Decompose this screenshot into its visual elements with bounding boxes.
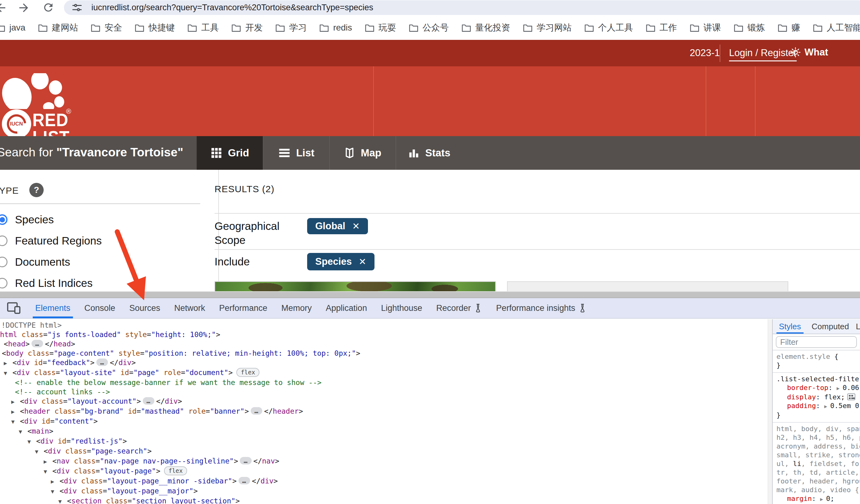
- address-bar[interactable]: iucnredlist.org/search?query=Travancore%…: [64, 0, 860, 15]
- expand-ellipsis-badge[interactable]: …: [31, 340, 43, 347]
- bookmark-folder[interactable]: 玩耍: [365, 22, 396, 34]
- flex-badge[interactable]: flex: [164, 466, 187, 475]
- css-property[interactable]: display: flex;: [776, 393, 860, 401]
- devtools-splitter[interactable]: [0, 291, 860, 298]
- styles-tab-layout[interactable]: Layout: [856, 319, 860, 334]
- login-register-link[interactable]: Login / Register: [729, 47, 797, 61]
- dom-tree-node[interactable]: ▶<div class="layout-page__minor -sidebar…: [0, 476, 768, 486]
- devtools-tab-performance[interactable]: Performance: [219, 298, 268, 318]
- dom-tree-node[interactable]: ▶<nav class="nav-page nav-page--singleli…: [0, 456, 768, 466]
- remove-filter-icon[interactable]: ✕: [359, 256, 366, 267]
- bookmark-folder[interactable]: 工作: [646, 22, 677, 34]
- dom-tree-node[interactable]: ▶<header class="bg-brand" id="masthead" …: [0, 406, 768, 416]
- css-rule[interactable]: element.style {}: [773, 351, 860, 373]
- tree-arrow-icon[interactable]: ▼: [19, 427, 27, 436]
- devtools-tab-sources[interactable]: Sources: [129, 298, 160, 318]
- radio-icon[interactable]: [0, 257, 8, 267]
- bookmark-folder[interactable]: 工具: [187, 22, 219, 34]
- styles-tab-computed[interactable]: Computed: [812, 319, 849, 334]
- dom-tree-node[interactable]: <body class="page-content" style="positi…: [0, 349, 768, 358]
- styles-filter-input[interactable]: [776, 336, 857, 348]
- devtools-tab-performance-insights[interactable]: Performance insights: [496, 298, 587, 318]
- expand-ellipsis-badge[interactable]: …: [239, 477, 250, 484]
- devtools-tab-recorder[interactable]: Recorder: [436, 298, 482, 318]
- dom-tree-node[interactable]: !DOCTYPE html>: [0, 321, 768, 330]
- flex-badge[interactable]: flex: [236, 368, 259, 377]
- bookmark-folder[interactable]: 人工智能: [813, 22, 860, 34]
- dom-tree-node[interactable]: ▼<section class="section layout-section"…: [0, 496, 768, 504]
- css-rule[interactable]: html, body, div, spanh2, h3, h4, h5, h6,…: [773, 423, 860, 504]
- tree-arrow-icon[interactable]: ▶: [4, 358, 13, 368]
- tree-arrow-icon[interactable]: ▼: [11, 417, 20, 427]
- devtools-tab-elements[interactable]: Elements: [35, 298, 70, 318]
- forward-icon[interactable]: [17, 1, 30, 14]
- tree-arrow-icon[interactable]: ▼: [58, 497, 67, 504]
- tree-arrow-icon[interactable]: ▼: [51, 487, 60, 496]
- dom-tree-node[interactable]: ▼<div class="layout-page__major">: [0, 486, 768, 496]
- type-option-documents[interactable]: Documents: [0, 251, 206, 272]
- bookmark-folder[interactable]: redis: [319, 23, 352, 33]
- radio-icon[interactable]: [0, 236, 8, 246]
- expand-arrow-icon[interactable]: ▶: [820, 496, 826, 502]
- flex-editor-icon[interactable]: [847, 394, 855, 400]
- elements-tree[interactable]: !DOCTYPE html>html class="js fonts-loade…: [0, 319, 768, 504]
- radio-icon[interactable]: [0, 214, 8, 225]
- devtools-tab-console[interactable]: Console: [85, 298, 115, 318]
- devtools-tab-network[interactable]: Network: [174, 298, 205, 318]
- css-rules-list[interactable]: element.style {}.list-selected-filterbor…: [773, 351, 860, 504]
- iucn-redlist-logo[interactable]: IUCN RED ® LIST: [2, 73, 74, 138]
- view-tab-grid[interactable]: Grid: [197, 136, 263, 170]
- bookmark-folder[interactable]: java: [0, 23, 25, 33]
- panel-scrollbar[interactable]: [768, 319, 772, 504]
- tree-arrow-icon[interactable]: ▼: [35, 447, 44, 456]
- tree-arrow-icon[interactable]: ▼: [27, 437, 36, 446]
- dom-tree-node[interactable]: ▼<div class="layout-page">flex: [0, 466, 768, 476]
- type-option-featured-regions[interactable]: Featured Regions: [0, 230, 206, 251]
- bookmark-folder[interactable]: 快捷键: [135, 22, 175, 34]
- back-icon[interactable]: [0, 1, 8, 14]
- tree-arrow-icon[interactable]: ▼: [44, 467, 53, 476]
- dom-tree-node[interactable]: ▼<div id="redlist-js">: [0, 436, 768, 446]
- css-property[interactable]: border-top: ▶ 0.06: [776, 383, 860, 393]
- view-tab-stats[interactable]: Stats: [396, 136, 462, 170]
- view-tab-list[interactable]: List: [263, 136, 329, 170]
- tree-arrow-icon[interactable]: ▶: [51, 477, 60, 486]
- expand-ellipsis-badge[interactable]: …: [143, 397, 154, 405]
- tree-arrow-icon[interactable]: ▶: [11, 397, 20, 406]
- devtools-tab-lighthouse[interactable]: Lighthouse: [381, 298, 422, 318]
- site-settings-icon[interactable]: [71, 2, 83, 13]
- bookmark-folder[interactable]: 学习网站: [523, 22, 572, 34]
- dom-tree-node[interactable]: ▼<div class="page-search">: [0, 446, 768, 456]
- expand-arrow-icon[interactable]: ▶: [824, 403, 830, 409]
- help-icon[interactable]: ?: [29, 183, 44, 197]
- dom-tree-node[interactable]: ▶<div id="feedback">…</div>: [0, 358, 768, 368]
- css-rule[interactable]: .list-selected-filterborder-top: ▶ 0.06d…: [773, 373, 860, 423]
- bookmark-folder[interactable]: 公众号: [409, 22, 449, 34]
- bookmark-folder[interactable]: 赚: [778, 22, 800, 34]
- dom-tree-node[interactable]: <!-- account links -->: [0, 387, 768, 397]
- bookmark-folder[interactable]: 开发: [231, 22, 262, 34]
- filter-chip-species[interactable]: Species✕: [307, 253, 374, 270]
- css-property[interactable]: padding: ▶ 0.5em 0: [776, 401, 860, 411]
- bookmark-folder[interactable]: 锻炼: [734, 22, 765, 34]
- expand-ellipsis-badge[interactable]: …: [251, 407, 262, 415]
- reload-icon[interactable]: [42, 1, 55, 14]
- remove-filter-icon[interactable]: ✕: [352, 221, 360, 232]
- expand-arrow-icon[interactable]: ▶: [836, 385, 843, 391]
- devtools-tab-memory[interactable]: Memory: [281, 298, 312, 318]
- type-option-red-list-indices[interactable]: Red List Indices: [0, 272, 206, 291]
- dom-tree-node[interactable]: ▶<div class="layout-account">…</div>: [0, 397, 768, 406]
- styles-tab-styles[interactable]: Styles: [779, 319, 801, 334]
- expand-ellipsis-badge[interactable]: …: [240, 457, 251, 464]
- bookmark-folder[interactable]: 安全: [91, 22, 122, 34]
- dom-tree-node[interactable]: html class="js fonts-loaded" style="heig…: [0, 330, 768, 339]
- dom-tree-node[interactable]: ▼<main>: [0, 427, 768, 436]
- bookmark-folder[interactable]: 讲课: [690, 22, 721, 34]
- dom-tree-node[interactable]: ▼<div class="layout-site" id="page" role…: [0, 368, 768, 378]
- devtools-tab-application[interactable]: Application: [326, 298, 367, 318]
- whats-new-link[interactable]: What: [790, 47, 828, 58]
- expand-ellipsis-badge[interactable]: …: [96, 358, 108, 366]
- view-tab-map[interactable]: Map: [329, 136, 396, 170]
- css-property[interactable]: margin: ▶ 0;: [776, 494, 860, 504]
- tree-arrow-icon[interactable]: ▶: [44, 457, 53, 466]
